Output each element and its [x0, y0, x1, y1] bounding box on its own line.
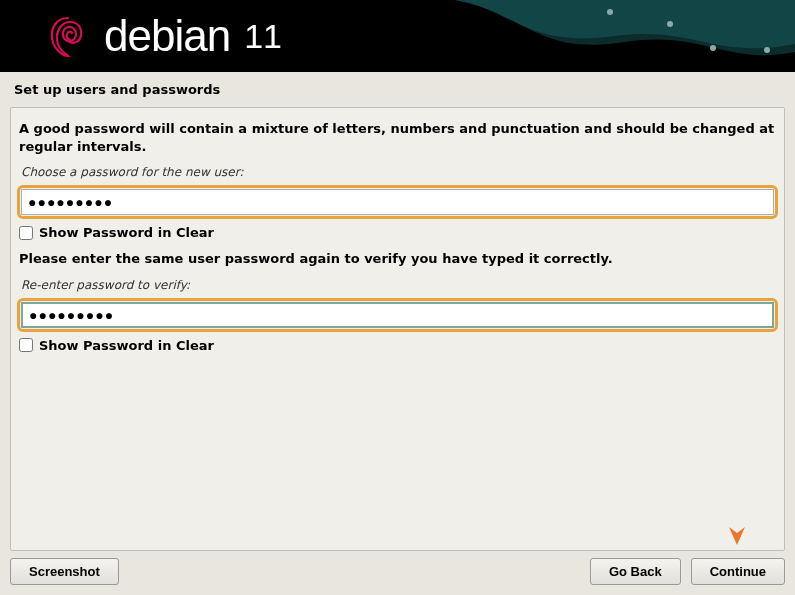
password1-label: Choose a password for the new user: [17, 163, 778, 183]
password2-input[interactable] [21, 302, 774, 328]
password2-label: Re-enter password to verify: [17, 276, 778, 296]
page-title: Set up users and passwords [0, 72, 795, 107]
debian-swirl-icon [48, 12, 88, 60]
main-panel: A good password will contain a mixture o… [10, 107, 785, 551]
continue-button[interactable]: Continue [691, 558, 785, 585]
footer-bar: Screenshot Go Back Continue [10, 558, 785, 585]
show-password2-checkbox[interactable] [19, 338, 33, 352]
go-back-button[interactable]: Go Back [590, 558, 681, 585]
password1-highlight [17, 185, 778, 219]
password-instruction: A good password will contain a mixture o… [17, 120, 778, 163]
brand-name: debian [104, 11, 230, 61]
verify-instruction: Please enter the same user password agai… [17, 250, 778, 276]
screenshot-button[interactable]: Screenshot [10, 558, 119, 585]
password2-highlight [17, 298, 778, 332]
installer-header: debian 11 [0, 0, 795, 72]
brand-version: 11 [244, 17, 282, 56]
show-password1-checkbox[interactable] [19, 226, 33, 240]
show-password2-label: Show Password in Clear [39, 338, 214, 353]
show-password1-label: Show Password in Clear [39, 225, 214, 240]
password1-input[interactable] [21, 189, 774, 215]
